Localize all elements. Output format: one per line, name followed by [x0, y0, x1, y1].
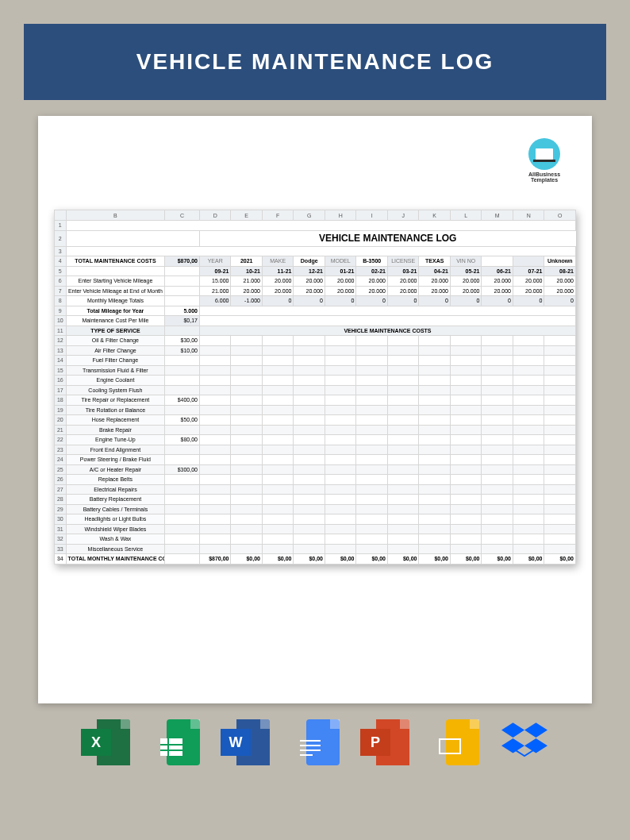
- row-header: 28: [55, 495, 67, 505]
- service-name: Engine Tune-Up: [66, 435, 165, 445]
- cell: [231, 365, 263, 376]
- cell: [544, 395, 576, 406]
- service-name: Fuel Filter Change: [66, 356, 165, 366]
- cell: [544, 445, 576, 455]
- svg-marker-3: [524, 738, 547, 753]
- col-header: D: [199, 210, 231, 221]
- footer-val: $0,00: [387, 554, 419, 564]
- cell: [544, 365, 576, 376]
- cell: [325, 356, 356, 366]
- excel-icon[interactable]: X: [81, 719, 130, 769]
- mileage-val: 20.000: [482, 276, 513, 287]
- google-slides-icon[interactable]: [430, 719, 479, 769]
- cell: [419, 356, 451, 366]
- month-header: 10-21: [231, 266, 263, 276]
- mileage-val: 0: [262, 296, 294, 306]
- cell: [450, 495, 482, 505]
- cell: [294, 405, 325, 415]
- cell: [513, 484, 544, 495]
- spreadsheet: BCDEFGHIJKLMNO12VEHICLE MAINTENANCE LOG3…: [54, 210, 576, 564]
- cell: [544, 405, 576, 415]
- mileage-val: 0: [513, 296, 544, 306]
- col-header: G: [294, 210, 325, 221]
- col-header: K: [419, 210, 451, 221]
- cell: [482, 464, 513, 475]
- service-name: Battery Cables / Terminals: [66, 504, 165, 514]
- footer-val: $0,00: [231, 554, 263, 564]
- cell: [325, 365, 356, 376]
- row-header: 26: [55, 475, 67, 485]
- col-header: I: [356, 210, 388, 221]
- cell: [325, 376, 356, 386]
- month-header: 08-21: [544, 266, 576, 276]
- cell: [294, 464, 325, 475]
- cell: [513, 376, 544, 386]
- laptop-icon: [528, 138, 560, 170]
- cell: [513, 455, 544, 465]
- google-sheets-icon[interactable]: [151, 719, 200, 769]
- service-name: Air Filter Change: [66, 345, 165, 356]
- info-val: Unknown: [544, 256, 576, 267]
- cell: [199, 316, 575, 326]
- row-header: 33: [55, 544, 67, 554]
- cell: [356, 435, 388, 445]
- cell: [325, 544, 356, 554]
- cell: [231, 504, 263, 514]
- row-header: 24: [55, 455, 67, 465]
- cell: [356, 524, 388, 534]
- cell: [199, 445, 231, 455]
- cell: [482, 405, 513, 415]
- cell: [356, 464, 388, 475]
- mileage-val: 20.000: [387, 276, 419, 287]
- mileage-val: 6.000: [199, 296, 231, 306]
- word-icon[interactable]: W: [221, 719, 270, 769]
- service-cost: [165, 484, 200, 495]
- month-header: 09-21: [199, 266, 231, 276]
- dropbox-icon[interactable]: [500, 719, 549, 769]
- service-cost: [165, 534, 200, 545]
- page-title: VEHICLE MAINTENANCE LOG: [24, 49, 606, 75]
- cell: [513, 405, 544, 415]
- service-cost: [165, 425, 200, 435]
- mileage-val: 20.000: [294, 276, 325, 287]
- cell: [231, 524, 263, 534]
- cell: [482, 365, 513, 376]
- cell: [231, 534, 263, 545]
- cell: [544, 425, 576, 435]
- cell: [294, 445, 325, 455]
- col-header: M: [482, 210, 513, 221]
- cell: [544, 336, 576, 346]
- service-name: Tire Rotation or Balance: [66, 405, 165, 415]
- cell: [387, 415, 419, 426]
- mileage-val: 20.000: [513, 286, 544, 296]
- mileage-val: 15.000: [199, 276, 231, 287]
- mileage-val: 20.000: [356, 276, 388, 287]
- cell: [231, 425, 263, 435]
- mileage-label: Enter Vehicle Mileage at End of Month: [66, 286, 165, 296]
- cell: [66, 230, 199, 246]
- cell: [450, 455, 482, 465]
- row-header: 10: [55, 316, 67, 326]
- cell: [294, 415, 325, 426]
- cell: [419, 435, 451, 445]
- service-cost: [165, 504, 200, 514]
- powerpoint-icon[interactable]: P: [360, 719, 409, 769]
- cell: [262, 455, 294, 465]
- cell: [482, 376, 513, 386]
- cell: [231, 544, 263, 554]
- cell: [387, 455, 419, 465]
- cell: [356, 484, 388, 495]
- row-header: 16: [55, 376, 67, 386]
- google-docs-icon[interactable]: [290, 719, 340, 769]
- cell: [450, 544, 482, 554]
- cell: [199, 534, 231, 545]
- cell: [294, 336, 325, 346]
- cell: [262, 405, 294, 415]
- mileage-val: 20.000: [544, 286, 576, 296]
- cell: [356, 415, 388, 426]
- row-header: 34: [55, 554, 67, 564]
- cell: [199, 544, 231, 554]
- cell: [66, 246, 575, 256]
- row-header: 15: [55, 365, 67, 376]
- cell: [450, 484, 482, 495]
